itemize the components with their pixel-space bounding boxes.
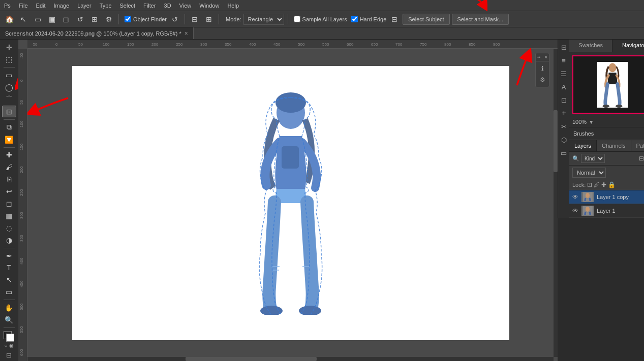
menu-file[interactable]: File bbox=[19, 3, 28, 9]
tab-swatches[interactable]: Swatches bbox=[569, 40, 612, 52]
eraser-tool[interactable]: ◻ bbox=[2, 198, 16, 209]
fit-btn[interactable]: ⊟ bbox=[189, 13, 201, 25]
float-panel-close[interactable]: × bbox=[544, 54, 547, 60]
libraries-icon[interactable]: ☰ bbox=[558, 68, 569, 79]
pen-tool[interactable]: ✒ bbox=[2, 250, 16, 261]
foreground-color[interactable] bbox=[4, 331, 15, 340]
menu-window[interactable]: Window bbox=[199, 3, 219, 9]
menu-ps[interactable]: Ps bbox=[4, 3, 11, 9]
panel-toggle-btn[interactable]: ⊟ bbox=[388, 13, 401, 25]
move-options-btn[interactable]: ↖ bbox=[17, 13, 29, 25]
distribute-btn[interactable]: ⊞ bbox=[203, 13, 215, 25]
float-info-btn[interactable]: ℹ bbox=[537, 63, 547, 74]
menu-3d[interactable]: 3D bbox=[164, 3, 171, 9]
healing-tool[interactable]: ✚ bbox=[2, 149, 16, 160]
scrollbar-horizontal[interactable] bbox=[27, 357, 554, 361]
canvas-area[interactable]: -50 0 50 100 150 200 250 300 350 400 450… bbox=[18, 40, 558, 361]
lock-all-icon[interactable]: 🔒 bbox=[608, 181, 616, 188]
lock-draw-icon[interactable]: 🖊 bbox=[594, 181, 600, 188]
layer-1-eye[interactable]: 👁 bbox=[572, 193, 578, 201]
rectangle-shape-tool[interactable]: ▭ bbox=[2, 286, 16, 298]
crop-tool[interactable]: ⧉ bbox=[2, 122, 16, 133]
move-tool[interactable]: ✛ bbox=[2, 42, 16, 53]
scrollbar-vertical[interactable] bbox=[554, 49, 558, 357]
rect-option2[interactable]: ▣ bbox=[46, 13, 58, 25]
svg-rect-38 bbox=[282, 146, 299, 169]
object-finder-checkbox[interactable] bbox=[125, 16, 131, 22]
quick-mask-mode[interactable]: ◉ bbox=[9, 343, 14, 348]
adjustments-icon[interactable]: ≡ bbox=[558, 55, 569, 66]
hand-tool[interactable]: ✋ bbox=[2, 302, 16, 313]
rect-option1[interactable]: ▭ bbox=[32, 13, 44, 25]
3d-icon[interactable]: ⬡ bbox=[558, 134, 569, 145]
menu-view[interactable]: View bbox=[179, 3, 192, 9]
lock-position-icon[interactable]: ⊡ bbox=[587, 181, 592, 188]
sample-all-layers-label: Sample All Layers bbox=[302, 16, 347, 22]
object-finder-label: Object Finder bbox=[133, 16, 167, 22]
select-subject-button[interactable]: Select Subject bbox=[403, 14, 449, 25]
zoom-tool[interactable]: 🔍 bbox=[2, 314, 16, 325]
canvas-viewport[interactable] bbox=[27, 49, 554, 357]
svg-text:200: 200 bbox=[19, 166, 24, 173]
history-brush-tool[interactable]: ↩ bbox=[2, 186, 16, 197]
warp-icon[interactable]: ⌗ bbox=[558, 108, 569, 119]
cut-icon[interactable]: ✂ bbox=[558, 121, 569, 132]
menu-edit[interactable]: Edit bbox=[36, 3, 46, 9]
path-select-tool[interactable]: ↖ bbox=[2, 274, 16, 285]
blend-mode-select[interactable]: Normal bbox=[572, 168, 606, 178]
tab-layers[interactable]: Layers bbox=[569, 140, 597, 151]
layer-icon1[interactable]: ⊟ bbox=[639, 155, 644, 162]
doc-tab-close[interactable]: × bbox=[185, 30, 188, 37]
clone-tool[interactable]: ⎘ bbox=[2, 174, 16, 185]
svg-text:300: 300 bbox=[19, 212, 24, 219]
dodge-tool[interactable]: ◑ bbox=[2, 235, 16, 246]
marquee-rect-tool[interactable]: ▭ bbox=[2, 70, 16, 81]
float-settings-btn[interactable]: ⚙ bbox=[537, 75, 547, 85]
marquee-ellipse-tool[interactable]: ◯ bbox=[2, 82, 16, 93]
rotate-btn[interactable]: ↺ bbox=[74, 13, 86, 25]
menu-filter[interactable]: Filter bbox=[143, 3, 156, 9]
marquee-btn[interactable]: ◻ bbox=[60, 13, 72, 25]
blur-tool[interactable]: ◌ bbox=[2, 222, 16, 234]
lasso-tool[interactable]: ⌒ bbox=[2, 94, 16, 105]
svg-text:500: 500 bbox=[19, 303, 24, 310]
object-select-tool[interactable]: ⊡ bbox=[2, 106, 16, 117]
hard-edge-checkbox[interactable] bbox=[351, 16, 358, 22]
home-btn[interactable]: 🏠 bbox=[3, 13, 15, 25]
menu-layer[interactable]: Layer bbox=[77, 3, 91, 9]
tab-paths[interactable]: Paths bbox=[631, 140, 644, 151]
refresh-btn[interactable]: ↺ bbox=[169, 13, 181, 25]
lock-move-icon[interactable]: ✚ bbox=[601, 181, 606, 188]
type-tool[interactable]: T bbox=[2, 262, 16, 274]
mode-select[interactable]: Rectangle bbox=[243, 14, 284, 25]
doc-tab-title: Screenshot 2024-06-20 222909.png @ 100% … bbox=[5, 30, 181, 37]
frame-icon[interactable]: ▭ bbox=[558, 147, 569, 158]
standard-mode[interactable]: ○ bbox=[4, 343, 7, 348]
sample-all-layers-checkbox[interactable] bbox=[294, 16, 300, 22]
doc-tab[interactable]: Screenshot 2024-06-20 222909.png @ 100% … bbox=[0, 27, 194, 39]
transform-icon[interactable]: ⊡ bbox=[558, 94, 569, 106]
svg-text:0: 0 bbox=[19, 79, 24, 82]
tab-channels[interactable]: Channels bbox=[597, 140, 631, 151]
layer-row-2[interactable]: 👁 Layer 1 bbox=[569, 204, 644, 218]
layer-kind-select[interactable]: Kind bbox=[581, 154, 605, 163]
zoom-down-arrow[interactable]: ▼ bbox=[589, 119, 594, 125]
character-icon[interactable]: A bbox=[558, 81, 569, 92]
layer-row-1[interactable]: 👁 Layer 1 copy bbox=[569, 190, 644, 204]
brush-tool[interactable]: 🖌 bbox=[2, 161, 16, 173]
screen-mode[interactable]: ⊟ bbox=[6, 351, 12, 359]
layer-2-eye[interactable]: 👁 bbox=[572, 207, 578, 214]
menu-help[interactable]: Help bbox=[227, 3, 239, 9]
gradient-tool[interactable]: ▦ bbox=[2, 210, 16, 221]
eyedropper-tool[interactable]: 🔽 bbox=[2, 134, 16, 145]
menu-image[interactable]: Image bbox=[54, 3, 70, 9]
tab-navigator[interactable]: Navigator bbox=[612, 40, 644, 52]
menu-type[interactable]: Type bbox=[100, 3, 112, 9]
transform-btn[interactable]: ⊞ bbox=[88, 13, 101, 25]
settings-btn[interactable]: ⚙ bbox=[103, 13, 115, 25]
artboard-tool[interactable]: ⬚ bbox=[2, 54, 16, 65]
properties-icon[interactable]: ⊟ bbox=[558, 42, 569, 53]
select-and-mask-button[interactable]: Select and Mask... bbox=[452, 14, 509, 25]
menu-select[interactable]: Select bbox=[120, 3, 136, 9]
layer-2-name: Layer 1 bbox=[597, 208, 644, 214]
